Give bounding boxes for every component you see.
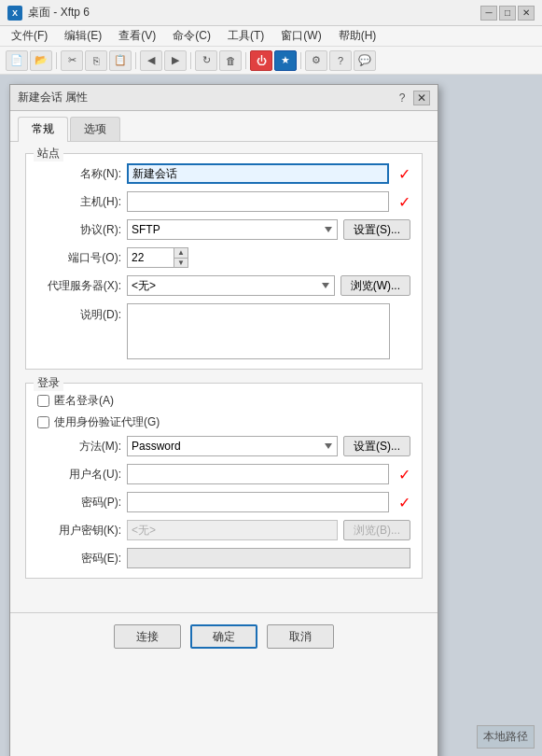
menu-command[interactable]: 命令(C): [165, 26, 218, 46]
user-key-row: 用户密钥(K): <无> 浏览(B)...: [37, 520, 410, 540]
menu-file[interactable]: 文件(F): [4, 26, 55, 46]
proxy-browse-button[interactable]: 浏览(W)...: [340, 275, 410, 296]
name-row: 名称(N): ✓: [37, 163, 410, 184]
host-check-annotation: ✓: [398, 193, 410, 211]
menu-help[interactable]: 帮助(H): [331, 26, 384, 46]
menu-bar: 文件(F) 编辑(E) 查看(V) 命令(C) 工具(T) 窗口(W) 帮助(H…: [0, 26, 542, 47]
host-label: 主机(H):: [37, 194, 121, 210]
passphrase-input[interactable]: [127, 548, 410, 568]
window-title: 桌面 - Xftp 6: [28, 5, 90, 21]
cancel-button[interactable]: 取消: [267, 624, 334, 649]
proxy-row: 代理服务器(X): <无> 浏览(W)...: [37, 275, 410, 296]
protocol-row: 协议(R): SFTP FTP FTPS 设置(S)...: [37, 219, 410, 240]
dialog-close-button[interactable]: ✕: [413, 91, 430, 105]
password-input[interactable]: [127, 492, 389, 512]
dialog-title-controls: ? ✕: [395, 91, 430, 105]
dialog-backdrop: 新建会话 属性 ? ✕ 常规 选项 站点 名称(N):: [0, 75, 542, 756]
protocol-settings-button[interactable]: 设置(S)...: [343, 219, 410, 240]
toolbar-sep4: [245, 52, 246, 69]
method-select[interactable]: Password PublicKey Keyboard Interactive: [127, 436, 338, 456]
method-label: 方法(M):: [37, 439, 121, 455]
toolbar-refresh-btn[interactable]: ↻: [195, 50, 217, 71]
site-section-label: 站点: [34, 146, 63, 161]
session-properties-dialog: 新建会话 属性 ? ✕ 常规 选项 站点 名称(N):: [9, 84, 438, 756]
user-key-select[interactable]: <无>: [127, 520, 338, 540]
toolbar-btn4[interactable]: ▶: [164, 50, 187, 71]
tab-options[interactable]: 选项: [70, 117, 120, 141]
username-label: 用户名(U):: [37, 467, 121, 483]
dialog-help-btn[interactable]: ?: [395, 91, 410, 105]
port-spin-down[interactable]: ▼: [174, 259, 188, 268]
toolbar-chat-btn[interactable]: 💬: [354, 50, 376, 71]
toolbar-session-btn[interactable]: ★: [274, 50, 297, 71]
title-bar: X 桌面 - Xftp 6 ─ □ ✕: [0, 0, 542, 26]
toolbar-new-btn[interactable]: 📄: [6, 50, 28, 71]
proxy-label: 代理服务器(X):: [37, 278, 121, 294]
menu-window[interactable]: 窗口(W): [273, 26, 328, 46]
menu-tools[interactable]: 工具(T): [220, 26, 271, 46]
method-row: 方法(M): Password PublicKey Keyboard Inter…: [37, 436, 410, 456]
port-input[interactable]: [127, 247, 174, 268]
toolbar-btn3[interactable]: ◀: [140, 50, 162, 71]
menu-view[interactable]: 查看(V): [111, 26, 163, 46]
host-input[interactable]: [127, 191, 389, 212]
site-section: 站点 名称(N): ✓ 主机(H): ✓ 协议: [25, 153, 423, 370]
toolbar-sep2: [135, 52, 136, 69]
name-input[interactable]: [127, 163, 389, 184]
ok-button[interactable]: 确定: [190, 624, 257, 649]
toolbar-connect-btn[interactable]: ⏻: [250, 50, 272, 71]
toolbar-copy-btn[interactable]: ⎘: [85, 50, 107, 71]
description-row: 说明(D):: [37, 303, 410, 359]
username-row: 用户名(U): ✓: [37, 464, 410, 484]
username-input[interactable]: [127, 464, 389, 484]
minimize-button[interactable]: ─: [480, 6, 497, 21]
menu-edit[interactable]: 编辑(E): [57, 26, 109, 46]
dialog-title: 新建会话 属性: [18, 90, 88, 105]
close-window-button[interactable]: ✕: [518, 6, 535, 21]
toolbar-sep5: [300, 52, 301, 69]
anonymous-label[interactable]: 匿名登录(A): [54, 393, 114, 409]
toolbar-sep3: [190, 52, 191, 69]
dialog-footer: 连接 确定 取消: [10, 612, 438, 660]
anonymous-checkbox[interactable]: [37, 395, 49, 407]
title-bar-left: X 桌面 - Xftp 6: [7, 5, 90, 21]
protocol-select[interactable]: SFTP FTP FTPS: [127, 219, 338, 240]
toolbar-cut-btn[interactable]: ✂: [61, 50, 83, 71]
port-spinbox: ▲ ▼: [127, 247, 192, 268]
method-settings-button[interactable]: 设置(S)...: [343, 436, 410, 456]
login-section: 登录 匿名登录(A) 使用身份验证代理(G) 方法(M):: [25, 383, 423, 579]
use-agent-label[interactable]: 使用身份验证代理(G): [54, 414, 160, 430]
dialog-tabs: 常规 选项: [10, 111, 438, 142]
app-icon: X: [7, 6, 22, 21]
tab-general[interactable]: 常规: [18, 117, 68, 142]
toolbar-open-btn[interactable]: 📂: [30, 50, 52, 71]
toolbar-paste-btn[interactable]: 📋: [109, 50, 132, 71]
protocol-label: 协议(R):: [37, 222, 121, 238]
connect-button[interactable]: 连接: [114, 624, 181, 649]
host-row: 主机(H): ✓: [37, 191, 410, 212]
password-check-annotation: ✓: [398, 494, 410, 511]
port-spin-up[interactable]: ▲: [174, 248, 188, 259]
anonymous-row: 匿名登录(A): [37, 393, 410, 409]
port-spin-buttons: ▲ ▼: [174, 247, 188, 268]
maximize-button[interactable]: □: [499, 6, 516, 21]
port-label: 端口号(O):: [37, 250, 121, 266]
user-key-browse-button[interactable]: 浏览(B)...: [343, 520, 410, 540]
dialog-body: 站点 名称(N): ✓ 主机(H): ✓ 协议: [10, 142, 438, 603]
proxy-select[interactable]: <无>: [127, 275, 335, 296]
password-label: 密码(P):: [37, 495, 121, 511]
user-key-label: 用户密钥(K):: [37, 523, 121, 539]
password-row: 密码(P): ✓: [37, 492, 410, 512]
toolbar-sep1: [56, 52, 57, 69]
port-row: 端口号(O): ▲ ▼: [37, 247, 410, 268]
toolbar-settings-btn[interactable]: ⚙: [305, 50, 327, 71]
window-controls: ─ □ ✕: [480, 6, 535, 21]
use-agent-row: 使用身份验证代理(G): [37, 414, 410, 430]
toolbar-delete-btn[interactable]: 🗑: [219, 50, 242, 71]
main-area: 新建会话 属性 ? ✕ 常规 选项 站点 名称(N):: [0, 75, 542, 756]
toolbar-help-btn[interactable]: ?: [329, 50, 352, 71]
description-textarea[interactable]: [127, 303, 390, 359]
use-agent-checkbox[interactable]: [37, 416, 49, 428]
passphrase-row: 密码(E):: [37, 548, 410, 568]
toolbar: 📄 📂 ✂ ⎘ 📋 ◀ ▶ ↻ 🗑 ⏻ ★ ⚙ ? 💬: [0, 47, 542, 75]
